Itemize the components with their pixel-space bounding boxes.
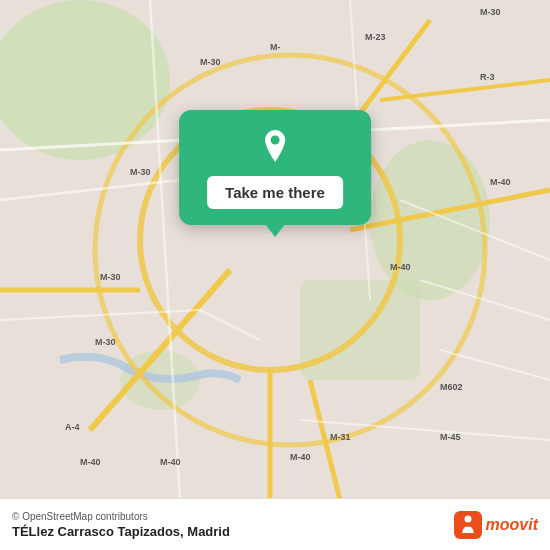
svg-text:M-30: M-30 bbox=[200, 57, 221, 67]
location-popup: Take me there bbox=[179, 110, 371, 225]
bottom-bar-info: © OpenStreetMap contributors TÉLlez Carr… bbox=[12, 511, 230, 539]
svg-text:M-30: M-30 bbox=[130, 167, 151, 177]
svg-text:M-30: M-30 bbox=[100, 272, 121, 282]
svg-text:M602: M602 bbox=[440, 382, 463, 392]
svg-text:M-30: M-30 bbox=[95, 337, 116, 347]
location-pin-icon bbox=[257, 128, 293, 164]
svg-text:M-40: M-40 bbox=[290, 452, 311, 462]
svg-text:M-40: M-40 bbox=[80, 457, 101, 467]
osm-attribution: © OpenStreetMap contributors bbox=[12, 511, 230, 522]
svg-point-26 bbox=[271, 136, 280, 145]
take-me-there-button[interactable]: Take me there bbox=[207, 176, 343, 209]
svg-text:A-4: A-4 bbox=[65, 422, 80, 432]
svg-text:M-40: M-40 bbox=[390, 262, 411, 272]
location-name: TÉLlez Carrasco Tapizados, Madrid bbox=[12, 524, 230, 539]
bottom-bar: © OpenStreetMap contributors TÉLlez Carr… bbox=[0, 498, 550, 550]
svg-text:M-: M- bbox=[270, 42, 281, 52]
svg-text:M-40: M-40 bbox=[490, 177, 511, 187]
svg-text:M-45: M-45 bbox=[440, 432, 461, 442]
svg-text:M-31: M-31 bbox=[330, 432, 351, 442]
moovit-brand-text: moovit bbox=[486, 516, 538, 534]
moovit-logo: moovit bbox=[454, 511, 538, 539]
map-background: M-30 M-30 M-30 M-30 M-30 M-40 M-40 M-40 … bbox=[0, 0, 550, 500]
svg-text:M-30: M-30 bbox=[480, 7, 501, 17]
svg-point-28 bbox=[464, 515, 471, 522]
moovit-brand-icon bbox=[454, 511, 482, 539]
svg-rect-27 bbox=[454, 511, 482, 539]
map-container: M-30 M-30 M-30 M-30 M-30 M-40 M-40 M-40 … bbox=[0, 0, 550, 550]
svg-text:R-3: R-3 bbox=[480, 72, 495, 82]
svg-text:M-23: M-23 bbox=[365, 32, 386, 42]
svg-text:M-40: M-40 bbox=[160, 457, 181, 467]
